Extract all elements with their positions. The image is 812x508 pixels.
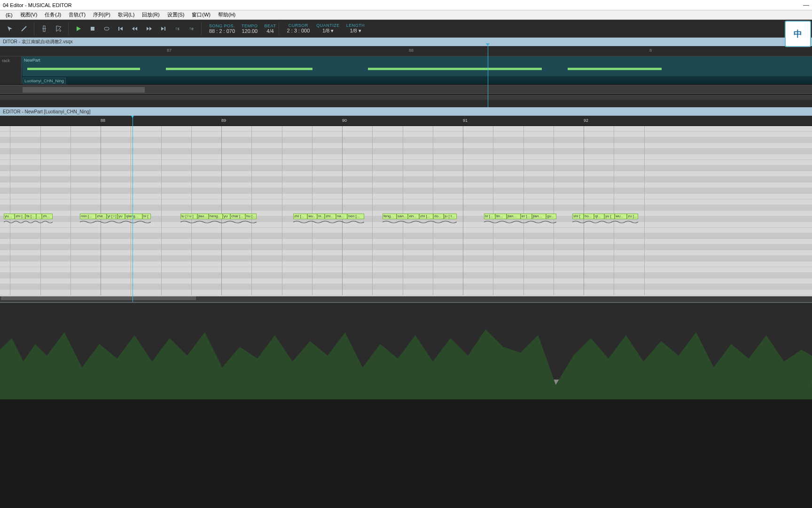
note[interactable]: m... bbox=[317, 214, 325, 219]
note[interactable]: jian... bbox=[507, 214, 521, 219]
note[interactable]: ju [ t... bbox=[444, 214, 457, 219]
note[interactable]: qiang... bbox=[125, 214, 142, 219]
track-scrollbar[interactable] bbox=[0, 94, 812, 100]
note[interactable]: gu... bbox=[546, 214, 556, 219]
note[interactable]: xin... bbox=[408, 214, 419, 219]
stop-button-icon[interactable] bbox=[87, 23, 98, 34]
note[interactable]: yu bbox=[223, 214, 230, 219]
piano-roll[interactable]: 88 89 90 91 92 yu...zhi [...fa [......zh… bbox=[0, 116, 812, 302]
menu-window[interactable]: 窗口(W) bbox=[188, 11, 214, 18]
line-tool-icon[interactable] bbox=[18, 23, 30, 34]
window-title: 04 Editor - MUSICAL EDITOR bbox=[3, 2, 72, 8]
minimize-button[interactable]: — bbox=[803, 1, 809, 8]
note[interactable]: bi [ bbox=[142, 214, 151, 219]
track-part[interactable]: NewPart bbox=[23, 57, 812, 76]
voice-name[interactable]: Luotianyi_CHN_Ning bbox=[23, 78, 66, 84]
menu-track[interactable]: 音轨(T) bbox=[65, 11, 89, 18]
length-label: LENGTH bbox=[346, 23, 365, 28]
tempo-label: TEMPO bbox=[242, 24, 258, 28]
note[interactable]: yi [ i ] bbox=[107, 214, 117, 219]
note[interactable]: zh... bbox=[42, 214, 53, 219]
tempo-value: 120.00 bbox=[242, 28, 258, 34]
note[interactable]: zhe... bbox=[96, 214, 107, 219]
ruler-bar: 91 bbox=[463, 118, 468, 123]
menu-task[interactable]: 任务(J) bbox=[41, 11, 65, 18]
note[interactable]: zhi [... bbox=[15, 214, 25, 219]
note[interactable]: bi [... bbox=[484, 214, 495, 219]
note[interactable]: yu... bbox=[4, 214, 15, 219]
menu-view[interactable]: 视图(V) bbox=[16, 11, 41, 18]
loop-button-icon[interactable] bbox=[101, 23, 112, 34]
svg-rect-4 bbox=[104, 27, 109, 30]
note[interactable]: fa [... bbox=[25, 214, 36, 219]
play-button-icon[interactable] bbox=[73, 23, 84, 34]
note[interactable]: feng... bbox=[383, 214, 397, 219]
note[interactable]: ben [... bbox=[347, 214, 364, 219]
note[interactable]: na... bbox=[336, 214, 347, 219]
cursor-label: CURSOR bbox=[289, 23, 308, 28]
beat-value: 4/4 bbox=[266, 28, 273, 34]
track-label[interactable]: rack bbox=[0, 56, 22, 84]
skip-end-icon[interactable] bbox=[157, 23, 169, 34]
transport-info: SONG POS.88 : 2 : 070 TEMPO120.00 BEAT4/… bbox=[209, 24, 276, 34]
menu-file[interactable]: (E) bbox=[2, 12, 16, 18]
track-editor[interactable]: 87 88 8 rack NewPart Luotianyi_CHN_Ning bbox=[0, 46, 812, 107]
note[interactable]: qi... bbox=[594, 214, 604, 219]
ruler-bar: 88 bbox=[101, 118, 105, 123]
note[interactable]: zhi... bbox=[325, 214, 336, 219]
note[interactable]: yu bbox=[117, 214, 125, 219]
note[interactable]: lu [ l u ] bbox=[180, 214, 197, 219]
pointer-tool-icon[interactable] bbox=[4, 23, 16, 34]
piano-roll-body[interactable]: yu...zhi [...fa [......zh...min [...zhe.… bbox=[0, 126, 812, 295]
note[interactable]: hu [... bbox=[245, 214, 257, 219]
piano-roll-ruler[interactable]: 88 89 90 91 92 bbox=[0, 116, 812, 126]
marker-e-icon[interactable]: ↑e bbox=[186, 23, 197, 34]
marker-s-icon[interactable]: ↑s bbox=[172, 23, 183, 34]
rewind-icon[interactable] bbox=[129, 23, 141, 34]
track-body[interactable]: rack NewPart Luotianyi_CHN_Ning bbox=[0, 56, 812, 85]
forward-icon[interactable] bbox=[143, 23, 155, 34]
note[interactable]: yu [ bbox=[604, 214, 615, 219]
note[interactable]: zu [... bbox=[627, 214, 638, 219]
track-selection[interactable] bbox=[0, 85, 812, 94]
note[interactable]: chai [... bbox=[230, 214, 245, 219]
ruler-bar: 88 bbox=[409, 48, 414, 53]
note[interactable]: san... bbox=[397, 214, 408, 219]
svg-marker-7 bbox=[0, 329, 812, 399]
note[interactable]: min [... bbox=[80, 214, 96, 219]
note[interactable]: bo... bbox=[584, 214, 594, 219]
svg-rect-6 bbox=[164, 27, 165, 31]
length-value[interactable]: 1/8 ▾ bbox=[350, 28, 361, 34]
note[interactable]: do... bbox=[433, 214, 444, 219]
track-ruler[interactable]: 87 88 8 bbox=[0, 46, 812, 56]
ruler-bar: 92 bbox=[584, 118, 588, 123]
piano-roll-scrollbar[interactable] bbox=[0, 296, 812, 302]
arrow-tool-icon[interactable] bbox=[53, 23, 64, 34]
note[interactable]: er [... bbox=[521, 214, 532, 219]
note[interactable]: jiao... bbox=[197, 214, 209, 219]
menu-lyrics[interactable]: 歌词(L) bbox=[114, 11, 138, 18]
part-name: NewPart bbox=[23, 57, 812, 63]
svg-line-0 bbox=[22, 26, 26, 31]
note[interactable]: lin... bbox=[495, 214, 507, 219]
svg-rect-3 bbox=[91, 27, 94, 31]
note[interactable]: wu... bbox=[615, 214, 627, 219]
parameter-chart bbox=[0, 303, 812, 399]
skip-start-icon[interactable] bbox=[115, 23, 126, 34]
parameter-panel[interactable] bbox=[0, 302, 812, 380]
songpos-value: 88 : 2 : 070 bbox=[209, 28, 235, 34]
menu-settings[interactable]: 设置(S) bbox=[164, 11, 188, 18]
menu-playback[interactable]: 回放(R) bbox=[138, 11, 163, 18]
note[interactable]: jian... bbox=[532, 214, 546, 219]
note[interactable]: zhi [... bbox=[293, 214, 307, 219]
note[interactable]: zhi [... bbox=[419, 214, 433, 219]
note[interactable]: heng.. bbox=[209, 214, 223, 219]
note[interactable]: wu.. bbox=[307, 214, 317, 219]
note[interactable]: ... bbox=[36, 214, 42, 219]
ime-badge[interactable]: 中 bbox=[785, 21, 811, 47]
cut-tool-icon[interactable] bbox=[39, 23, 50, 34]
quantize-value[interactable]: 1/8 ▾ bbox=[322, 28, 334, 34]
menu-help[interactable]: 帮助(H) bbox=[214, 11, 239, 18]
menu-sequence[interactable]: 序列(P) bbox=[89, 11, 114, 18]
note[interactable]: shi [ bbox=[572, 214, 584, 219]
